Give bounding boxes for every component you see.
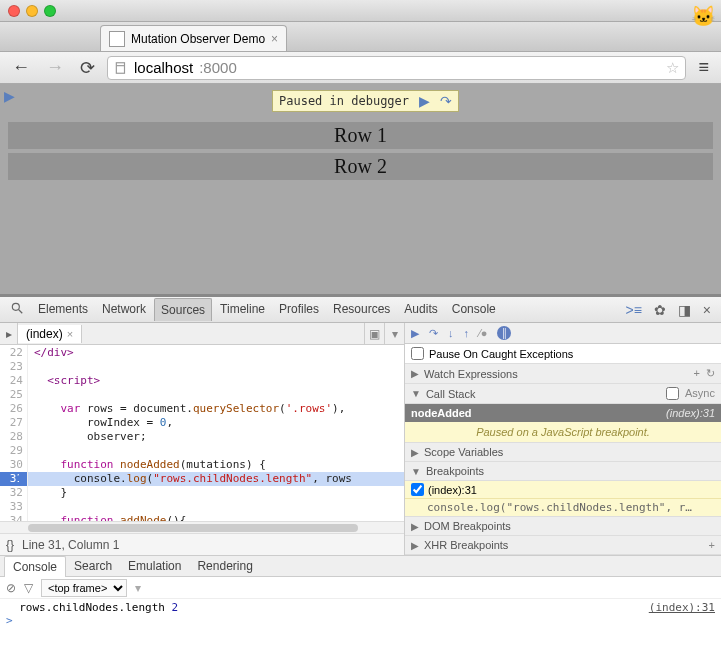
refresh-watch-icon[interactable]: ↻	[706, 367, 715, 380]
panel-tab-elements[interactable]: Elements	[32, 298, 94, 321]
file-tab-index[interactable]: (index) ×	[18, 325, 82, 343]
line-number[interactable]: 29	[0, 444, 27, 458]
url-port: :8000	[199, 59, 237, 76]
pause-on-exceptions-row[interactable]: Pause On Caught Exceptions	[405, 344, 721, 364]
forward-button[interactable]: →	[42, 55, 68, 80]
line-number[interactable]: 22	[0, 346, 27, 360]
line-number[interactable]: 28	[0, 430, 27, 444]
console-output[interactable]: rows.childNodes.length 2 (index):31 >	[0, 599, 721, 648]
log-source-link[interactable]: (index):31	[649, 601, 715, 614]
line-number[interactable]: 32	[0, 486, 27, 500]
drawer-tab-console[interactable]: Console	[4, 556, 66, 577]
frame-selector[interactable]: <top frame>	[41, 579, 127, 597]
code-editor[interactable]: 22232425262728293031323334353637 </div> …	[0, 345, 404, 521]
tab-close-icon[interactable]: ×	[271, 32, 278, 46]
scope-label: Scope Variables	[424, 446, 503, 458]
deactivate-breakpoints-button[interactable]: ⁄●	[479, 327, 487, 339]
panel-tab-network[interactable]: Network	[96, 298, 152, 321]
dock-side-icon[interactable]: ◨	[674, 302, 695, 318]
debugger-paused-banner: Paused in debugger ▶ ↷	[272, 90, 459, 112]
console-prompt[interactable]: >	[6, 614, 715, 627]
extension-icon[interactable]: 🐱	[691, 4, 715, 28]
minimize-window-button[interactable]	[26, 5, 38, 17]
horizontal-scrollbar[interactable]	[0, 521, 404, 533]
async-checkbox[interactable]	[666, 387, 679, 400]
history-nav-icon[interactable]: ▣	[364, 323, 384, 345]
settings-icon[interactable]: ✿	[650, 302, 670, 318]
line-number[interactable]: 27	[0, 416, 27, 430]
step-over-button[interactable]: ↷	[440, 93, 452, 109]
close-window-button[interactable]	[8, 5, 20, 17]
toggle-drawer-icon[interactable]: >≡	[621, 302, 645, 318]
line-number[interactable]: 31	[0, 472, 27, 486]
file-tab-close-icon[interactable]: ×	[67, 328, 73, 340]
page-viewport: ▶ Paused in debugger ▶ ↷ Row 1Row 2	[0, 84, 721, 297]
add-xhr-bp-icon[interactable]: +	[709, 539, 715, 551]
zoom-window-button[interactable]	[44, 5, 56, 17]
svg-point-2	[12, 303, 19, 310]
step-into-button[interactable]: ↓	[448, 327, 454, 339]
breakpoint-code-preview: console.log("rows.childNodes.length", r…	[405, 499, 721, 517]
panel-tab-resources[interactable]: Resources	[327, 298, 396, 321]
panel-tab-timeline[interactable]: Timeline	[214, 298, 271, 321]
panel-tab-audits[interactable]: Audits	[398, 298, 443, 321]
menu-button[interactable]: ≡	[694, 55, 713, 80]
bookmark-icon[interactable]: ☆	[666, 59, 679, 77]
pause-exceptions-checkbox[interactable]	[411, 347, 424, 360]
drawer-tab-rendering[interactable]: Rendering	[189, 556, 260, 576]
pause-exceptions-button[interactable]: ║	[497, 326, 511, 340]
disclosure-icon: ▶	[411, 368, 419, 379]
favicon-icon	[109, 31, 125, 47]
callstack-frame[interactable]: nodeAdded (index):31	[405, 404, 721, 422]
line-number[interactable]: 25	[0, 388, 27, 402]
cursor-position: Line 31, Column 1	[22, 538, 119, 552]
breakpoints-header[interactable]: ▼ Breakpoints	[405, 462, 721, 481]
tab-title: Mutation Observer Demo	[131, 32, 265, 46]
browser-tab[interactable]: Mutation Observer Demo ×	[100, 25, 287, 51]
resume-button[interactable]: ▶	[419, 93, 430, 109]
panel-tab-console[interactable]: Console	[446, 298, 502, 321]
browser-tabstrip: Mutation Observer Demo × 🐱	[0, 22, 721, 52]
disclosure-icon: ▼	[411, 388, 421, 399]
close-devtools-icon[interactable]: ×	[699, 302, 715, 318]
breakpoint-location: (index):31	[428, 484, 477, 496]
line-number[interactable]: 26	[0, 402, 27, 416]
code-line	[28, 444, 404, 458]
line-number[interactable]: 33	[0, 500, 27, 514]
callstack-header[interactable]: ▼ Call Stack Async	[405, 384, 721, 404]
add-watch-icon[interactable]: +	[694, 367, 700, 380]
inspect-icon[interactable]	[6, 301, 28, 318]
show-navigator-icon[interactable]: ▸	[0, 323, 18, 344]
panel-tab-sources[interactable]: Sources	[154, 298, 212, 321]
dom-breakpoints-header[interactable]: ▶ DOM Breakpoints	[405, 517, 721, 536]
resume-overlay-button[interactable]: ▶	[4, 88, 15, 104]
scope-header[interactable]: ▶ Scope Variables	[405, 443, 721, 462]
filter-dropdown-icon[interactable]: ▾	[135, 581, 141, 595]
more-tabs-icon[interactable]: ▾	[384, 323, 404, 345]
watch-expressions-header[interactable]: ▶ Watch Expressions +↻	[405, 364, 721, 384]
breakpoint-item[interactable]: (index):31	[405, 481, 721, 499]
watch-label: Watch Expressions	[424, 368, 518, 380]
step-out-button[interactable]: ↑	[464, 327, 470, 339]
async-label: Async	[685, 387, 715, 400]
line-number[interactable]: 23	[0, 360, 27, 374]
line-number[interactable]: 34	[0, 514, 27, 521]
filter-icon[interactable]: ▽	[24, 581, 33, 595]
pretty-print-icon[interactable]: {}	[6, 538, 14, 552]
line-number[interactable]: 24	[0, 374, 27, 388]
clear-console-icon[interactable]: ⊘	[6, 581, 16, 595]
drawer-tab-search[interactable]: Search	[66, 556, 120, 576]
xhr-breakpoints-header[interactable]: ▶ XHR Breakpoints +	[405, 536, 721, 555]
code-line: </div>	[28, 346, 404, 360]
breakpoint-checkbox[interactable]	[411, 483, 424, 496]
step-over-button-2[interactable]: ↷	[429, 327, 438, 340]
resume-script-button[interactable]: ▶	[411, 327, 419, 340]
reload-button[interactable]: ⟳	[76, 55, 99, 81]
line-number[interactable]: 30	[0, 458, 27, 472]
address-bar[interactable]: localhost:8000 ☆	[107, 56, 686, 80]
disclosure-icon: ▶	[411, 540, 419, 551]
debugger-toolbar: ▶ ↷ ↓ ↑ ⁄● ║	[405, 323, 721, 344]
drawer-tab-emulation[interactable]: Emulation	[120, 556, 189, 576]
panel-tab-profiles[interactable]: Profiles	[273, 298, 325, 321]
back-button[interactable]: ←	[8, 55, 34, 80]
